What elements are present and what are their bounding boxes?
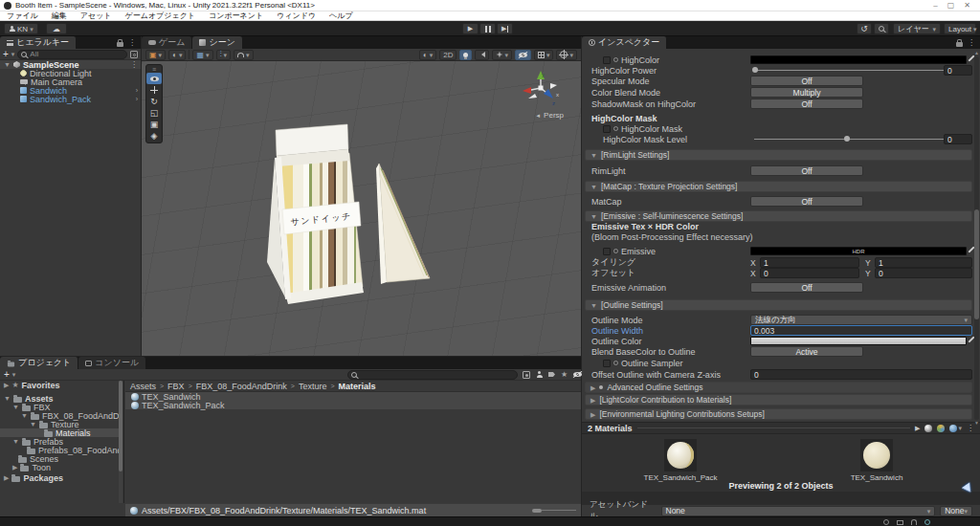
camera-settings-dropdown[interactable]: ▾ (534, 50, 554, 60)
preview-lighting-icon[interactable] (937, 425, 945, 432)
tab-game[interactable]: ゲーム (142, 36, 192, 49)
cloud-services-button[interactable]: ☁ (46, 23, 67, 34)
rimlight-section-header[interactable]: ▼[RimLight Settings] (585, 149, 972, 161)
transform-tool-button[interactable]: ◈ (146, 130, 162, 142)
power-slider-knob[interactable] (752, 67, 758, 73)
power-slider-track[interactable] (754, 70, 944, 71)
pause-button[interactable] (479, 23, 496, 34)
play-button[interactable]: ▶ (462, 23, 479, 34)
outline-mode-dropdown[interactable]: 法線の方向 ▾ (750, 315, 972, 325)
matcap-section-header[interactable]: ▼[MatCap : Texture Projection Settings] (585, 181, 972, 192)
prefab-open-chevron-icon[interactable]: › (136, 96, 141, 102)
advanced-outline-header[interactable]: ▶ Advanced Outline Settings (585, 382, 972, 393)
tree-scrollbar-track[interactable] (119, 381, 122, 503)
menu-edit[interactable]: 編集 (45, 11, 74, 21)
mask-level-slider-knob[interactable] (844, 136, 850, 142)
kebab-menu-icon[interactable]: ⋮ (967, 425, 974, 432)
foldout-open-icon[interactable]: ▼ (21, 412, 28, 419)
shadowmask-button[interactable]: Off (750, 99, 863, 109)
preview-model-dropdown[interactable]: ▾ (949, 425, 962, 432)
draw-mode-dropdown[interactable]: ◐▾ (419, 50, 436, 60)
project-tree-scenes[interactable]: Scenes (0, 454, 122, 463)
object-picker-icon[interactable] (613, 361, 618, 365)
tiling-x-input[interactable] (760, 257, 859, 268)
outline-sampler-checkbox[interactable] (603, 360, 611, 367)
project-tree-favorites[interactable]: ▶ ★ Favorites (0, 381, 122, 389)
object-picker-icon[interactable] (613, 57, 618, 62)
project-tree-prefabs08[interactable]: Prefabs_08_FoodAndDrink (0, 446, 122, 454)
kebab-menu-icon[interactable]: ⋮ (968, 39, 975, 47)
tab-scene[interactable]: シーン (192, 36, 242, 49)
search-save-icon[interactable] (130, 51, 138, 58)
layers-dropdown[interactable]: レイヤー ▾ (893, 23, 941, 34)
foldout-open-icon[interactable]: ▼ (4, 395, 11, 402)
color-blend-mode-button[interactable]: Multiply (750, 87, 863, 98)
move-tool-button[interactable] (146, 84, 162, 96)
rotate-tool-button[interactable]: ↻ (146, 96, 162, 107)
axis-gizmo[interactable]: x y z (514, 67, 568, 111)
project-splitter[interactable] (123, 381, 124, 503)
breadcrumb-texture[interactable]: Texture (299, 382, 327, 391)
menu-window[interactable]: ウィンドウ (270, 11, 323, 21)
tab-project[interactable]: プロジェクト (0, 357, 78, 369)
offset-y-input[interactable] (875, 268, 972, 278)
asset-bundle-variant-dropdown[interactable]: None ▾ (940, 506, 972, 516)
offset-outline-input[interactable] (750, 369, 972, 380)
project-search-input[interactable] (347, 370, 518, 380)
foldout-open-icon[interactable]: ▼ (12, 404, 19, 410)
foldout-closed-icon[interactable]: ▶ (4, 474, 9, 481)
tab-hierarchy[interactable]: ヒエラルキー (0, 36, 77, 49)
asset-bundle-dropdown[interactable]: None ▾ (661, 506, 936, 516)
scrollbar-up-icon[interactable]: ▲ (974, 50, 979, 55)
power-value-input[interactable] (944, 65, 972, 76)
outline-width-input[interactable] (750, 325, 972, 336)
search-everywhere-button[interactable] (874, 23, 889, 34)
scrollbar-down-icon[interactable]: ▼ (974, 420, 979, 426)
materials-preview-header[interactable]: 2 Materials ▶ ▾ ⋮ (582, 422, 980, 434)
preview-sphere-icon[interactable] (924, 425, 932, 432)
tree-scrollbar-thumb[interactable] (119, 381, 122, 471)
2d-toggle-button[interactable]: 2D (439, 50, 457, 60)
foldout-open-icon[interactable]: ▼ (4, 61, 11, 68)
undo-history-button[interactable]: ↺ (857, 23, 872, 34)
favorite-star-icon[interactable]: ★ (561, 371, 568, 379)
menu-help[interactable]: ヘルプ (323, 11, 360, 21)
highcolor-swatch[interactable] (750, 55, 967, 64)
breadcrumb-assets[interactable]: Assets (130, 382, 156, 391)
hierarchy-item-sandwich-pack[interactable]: Sandwich_Pack › (0, 95, 141, 103)
scene-lighting-toggle[interactable] (459, 50, 472, 60)
grid-snapping-dropdown[interactable]: ▦▾ (192, 50, 212, 60)
increment-snap-dropdown[interactable]: ⫶▾ (216, 50, 232, 60)
blend-basecolor-button[interactable]: Active (750, 346, 863, 357)
search-by-label-icon[interactable] (536, 371, 543, 378)
maximize-button[interactable]: ▢ (947, 1, 955, 10)
project-tree-packages[interactable]: ▶ Packages (0, 473, 122, 482)
create-button[interactable]: + (4, 370, 10, 380)
preview-play-icon[interactable]: ▶ (915, 425, 920, 432)
step-button[interactable]: ▶ (497, 23, 513, 34)
tiling-y-input[interactable] (875, 257, 972, 268)
account-button[interactable]: KN ▾ (4, 23, 38, 34)
tool-handle-rotation-dropdown[interactable]: ◐▾ (168, 50, 186, 60)
lightcolor-section-header[interactable]: ▶[LightColor Contribution to Materials] (585, 394, 972, 405)
kebab-menu-icon[interactable]: ⋮ (128, 39, 136, 47)
lock-icon[interactable] (956, 42, 963, 47)
mask-level-value-input[interactable] (944, 134, 972, 144)
create-dropdown-icon[interactable]: ▾ (11, 51, 15, 57)
mute-bell-icon[interactable] (911, 519, 917, 525)
rect-tool-button[interactable]: ▣ (146, 119, 162, 130)
tab-console[interactable]: コンソール (78, 357, 146, 369)
tab-inspector[interactable]: インスペクター (582, 36, 667, 49)
minimize-button[interactable]: – (933, 1, 937, 10)
view-tool-button[interactable] (146, 73, 162, 84)
foldout-open-icon[interactable]: ▼ (30, 421, 36, 427)
tool-handle-pivot-dropdown[interactable]: ▣▾ (145, 50, 166, 60)
preview-drag-handle[interactable] (637, 427, 911, 428)
hierarchy-item-main-camera[interactable]: Main Camera (0, 77, 141, 86)
message-icon[interactable] (897, 520, 903, 525)
material-preview-pack[interactable] (664, 439, 697, 471)
prefab-open-chevron-icon[interactable]: › (136, 87, 141, 94)
effects-dropdown[interactable]: ▾ (492, 50, 512, 60)
offset-x-input[interactable] (760, 268, 859, 278)
emissive-checkbox[interactable] (603, 248, 611, 255)
